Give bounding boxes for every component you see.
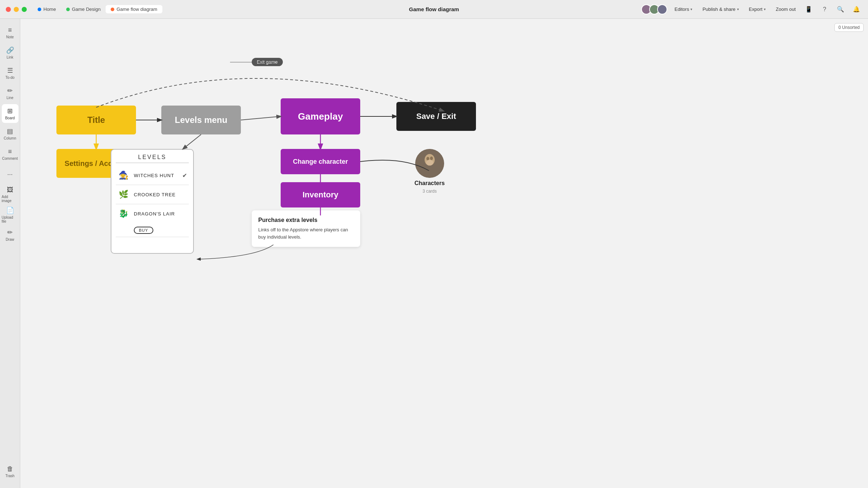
- character-avatar: [415, 149, 444, 178]
- game-flow-dot: [111, 8, 114, 11]
- trash-icon: 🗑: [7, 465, 13, 473]
- titlebar: Home Game Design Game flow diagram Game …: [0, 0, 868, 19]
- buy-button[interactable]: BUY: [134, 227, 153, 234]
- levels-mockup-title: LEVELS: [116, 154, 189, 163]
- editor-avatars: [641, 4, 667, 14]
- search-icon[interactable]: 🔍: [835, 4, 846, 15]
- minimize-button[interactable]: [14, 7, 19, 12]
- sidebar-item-comment[interactable]: ≡ Comment: [2, 145, 18, 163]
- svg-line-3: [241, 116, 281, 120]
- todo-icon: ☰: [7, 67, 13, 74]
- sidebar-item-add-image[interactable]: 🖼 Add image: [2, 185, 18, 204]
- note-icon: ≡: [8, 26, 12, 34]
- characters-card[interactable]: Characters 3 cards: [414, 149, 445, 194]
- tab-game-flow[interactable]: Game flow diagram: [106, 5, 162, 13]
- page-title: Game flow diagram: [409, 6, 459, 12]
- column-icon: ▤: [7, 127, 13, 135]
- svg-rect-14: [427, 161, 433, 164]
- sidebar-item-draw[interactable]: ✏ Draw: [2, 226, 18, 244]
- board-icon: ⊞: [7, 107, 13, 115]
- tab-game-design[interactable]: Game Design: [61, 5, 106, 13]
- avatar-3: [657, 4, 667, 14]
- publish-chevron: ▾: [737, 7, 739, 11]
- maximize-button[interactable]: [22, 7, 27, 12]
- export-button[interactable]: Export ▾: [746, 5, 769, 13]
- node-save-exit[interactable]: Save / Exit: [396, 102, 476, 131]
- dragons-lair-icon: 🐉: [117, 207, 130, 220]
- node-levels-menu[interactable]: Levels menu: [161, 106, 241, 134]
- level-item-witches-hunt[interactable]: 🧙 Witches Hunt ✔: [116, 166, 189, 185]
- characters-subtitle: 3 cards: [422, 189, 437, 194]
- crooked-tree-icon: 🌿: [117, 188, 130, 201]
- add-image-icon: 🖼: [7, 186, 13, 194]
- tab-game-design-label: Game Design: [72, 7, 101, 12]
- close-button[interactable]: [6, 7, 11, 12]
- level-name: Dragon's Lair: [134, 211, 175, 217]
- witches-hunt-icon: 🧙: [117, 169, 130, 182]
- level-name: Crooked Tree: [134, 192, 176, 197]
- line-icon: ✏: [7, 87, 13, 95]
- game-design-dot: [66, 8, 70, 11]
- export-chevron: ▾: [764, 7, 766, 11]
- level-item-dragons-lair[interactable]: 🐉 Dragon's Lair BUY: [116, 204, 189, 237]
- sidebar-item-board[interactable]: ⊞ Board: [2, 104, 18, 123]
- upload-icon: 📄: [6, 206, 14, 214]
- zoom-button[interactable]: Zoom out: [773, 5, 799, 13]
- sidebar-item-link[interactable]: 🔗 Link: [2, 43, 18, 62]
- level-name: Witches Hunt: [134, 173, 174, 178]
- tablet-icon[interactable]: 📱: [803, 4, 814, 15]
- node-title[interactable]: Title: [56, 106, 136, 134]
- info-box-text: Links off to the Appstore where players …: [258, 226, 354, 240]
- traffic-lights: [6, 7, 27, 12]
- link-icon: 🔗: [6, 46, 14, 54]
- character-avatar-svg: [415, 149, 444, 178]
- publish-share-button[interactable]: Publish & share ▾: [699, 5, 741, 13]
- editors-chevron: ▾: [690, 7, 692, 11]
- tab-home[interactable]: Home: [33, 5, 61, 13]
- draw-icon: ✏: [7, 228, 13, 236]
- tab-home-label: Home: [43, 7, 56, 12]
- more-icon: ···: [7, 171, 13, 178]
- levels-mockup-box: LEVELS 🧙 Witches Hunt ✔ 🌿 Crooked Tree 🐉…: [111, 149, 194, 254]
- sidebar-item-upload-file[interactable]: 📄 Upload file: [2, 205, 18, 224]
- sidebar-item-note[interactable]: ≡ Note: [2, 23, 18, 42]
- info-box-purchase: Purchase extra levels Links off to the A…: [252, 210, 360, 247]
- notification-icon[interactable]: 🔔: [851, 4, 862, 15]
- unsorted-badge[interactable]: 0 Unsorted: [834, 23, 864, 32]
- comment-icon: ≡: [8, 148, 12, 155]
- tab-game-flow-label: Game flow diagram: [116, 7, 157, 12]
- info-box-title: Purchase extra levels: [258, 217, 354, 223]
- sidebar-item-todo[interactable]: ☰ To-do: [2, 64, 18, 82]
- level-item-crooked-tree[interactable]: 🌿 Crooked Tree: [116, 185, 189, 204]
- titlebar-tabs: Home Game Design Game flow diagram: [33, 5, 162, 13]
- characters-title: Characters: [414, 180, 445, 187]
- node-inventory[interactable]: Inventory: [281, 182, 360, 207]
- sidebar-item-column[interactable]: ▤ Column: [2, 124, 18, 143]
- node-gameplay[interactable]: Gameplay: [281, 98, 360, 134]
- sidebar-item-trash[interactable]: 🗑 Trash: [2, 462, 18, 481]
- sidebar: ≡ Note 🔗 Link ☰ To-do ✏ Line ⊞ Board ▤ C…: [0, 19, 20, 488]
- home-dot: [38, 8, 41, 11]
- editors-button[interactable]: Editors ▾: [672, 5, 695, 13]
- svg-point-12: [430, 157, 433, 160]
- sidebar-item-line[interactable]: ✏ Line: [2, 84, 18, 103]
- help-icon[interactable]: ?: [819, 4, 830, 15]
- canvas: 0 Unsorted: [20, 19, 868, 488]
- exit-game-label: Exit game: [252, 58, 283, 66]
- check-icon: ✔: [182, 172, 187, 179]
- node-change-character[interactable]: Change character: [281, 149, 360, 174]
- sidebar-item-more[interactable]: ···: [2, 165, 18, 184]
- titlebar-right: Editors ▾ Publish & share ▾ Export ▾ Zoo…: [641, 4, 862, 15]
- svg-line-8: [183, 134, 201, 149]
